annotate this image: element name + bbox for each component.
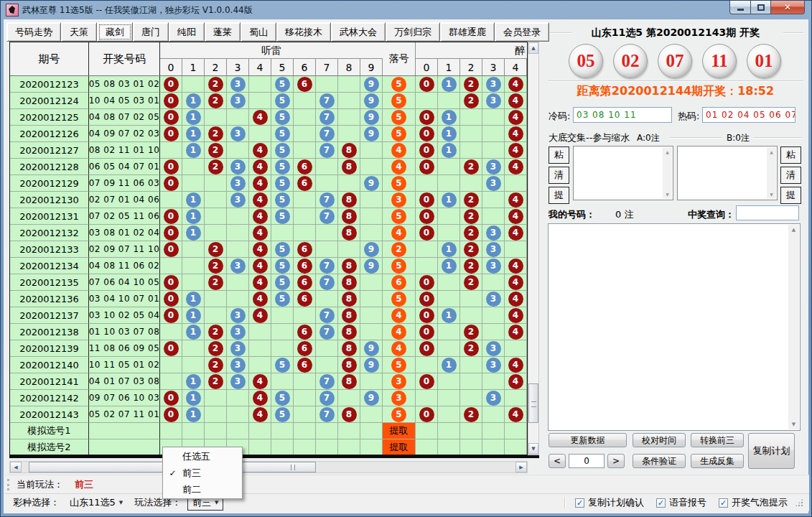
hit-cell: [360, 439, 383, 455]
textarea-scrollbar[interactable]: ▲▼: [767, 147, 776, 199]
set-a-粘-button[interactable]: 粘: [549, 146, 569, 164]
cold-codes-input[interactable]: 03 08 10 11: [573, 107, 672, 123]
scroll-left-button[interactable]: ◀: [10, 462, 22, 472]
prize-query-input[interactable]: [736, 205, 799, 220]
period-cell: 2020012134: [10, 258, 89, 274]
hit-cell: [360, 159, 383, 175]
intersect-a-textarea[interactable]: ▲▼: [573, 146, 673, 200]
update-data-button[interactable]: 更新数据: [549, 433, 627, 447]
tab-纯阳[interactable]: 纯阳: [169, 22, 205, 42]
tab-蜀山[interactable]: 蜀山: [241, 22, 276, 42]
tab-藏剑[interactable]: 藏剑: [97, 22, 133, 42]
hot-codes-input[interactable]: 01 02 04 05 06 07 09: [702, 107, 795, 123]
table-row: 202001212305 08 03 01 02023569501234: [10, 76, 527, 93]
scroll-down-button[interactable]: ▼: [528, 443, 538, 455]
hit-cell: 6: [294, 340, 316, 357]
set-b-粘-button[interactable]: 粘: [780, 146, 801, 164]
close-button[interactable]: ✕: [771, 1, 805, 14]
set-a-提-button[interactable]: 提: [549, 187, 569, 204]
toolbar-grip[interactable]: [7, 479, 9, 490]
spin-left-button[interactable]: <: [549, 454, 566, 468]
title-bar[interactable]: 武林至尊 11选5版 -- 任我笑傲江湖，独步彩坛 V1.0.0.44版 ✕: [1, 1, 811, 19]
period-cell: 2020012125: [10, 109, 89, 126]
menu-item-前三[interactable]: ✓前三: [163, 465, 242, 481]
tab-移花接木[interactable]: 移花接木: [276, 22, 331, 42]
convert-front3-button[interactable]: 转换前三: [691, 433, 744, 447]
selection-toolbar: 彩种选择： 山东11选5 ▼ 玩法选择： 前三 ▼ ✓复制计划确认✓语音报号✓开…: [4, 493, 809, 511]
maximize-button[interactable]: [751, 1, 771, 14]
hit-cell: 8: [338, 307, 360, 324]
resize-grip[interactable]: [795, 498, 803, 507]
minimize-icon: [737, 9, 744, 11]
condition-verify-button[interactable]: 条件验证: [633, 454, 686, 468]
checkbox-开奖气泡提示[interactable]: ✓开奖气泡提示: [719, 496, 788, 509]
tab-蓬莱[interactable]: 蓬莱: [205, 22, 241, 42]
right-cell: 3: [482, 225, 505, 241]
grid-vertical-scrollbar[interactable]: ▲ ▼: [528, 42, 539, 455]
checkbox-复制计划确认[interactable]: ✓复制计划确认: [575, 496, 644, 509]
right-cell: [460, 291, 482, 307]
extract-button[interactable]: 提取: [383, 439, 415, 455]
period-cell: 2020012126: [10, 126, 89, 142]
number-ball: 7: [319, 192, 335, 208]
hit-cell: 9: [360, 76, 383, 93]
extract-button[interactable]: 提取: [383, 423, 415, 439]
plan-index-input[interactable]: 0: [569, 454, 605, 468]
hit-cell: [338, 439, 360, 455]
numbers-cell: 11 08 06 09 05: [89, 340, 160, 357]
listbox-scrollbar[interactable]: ▲▼: [788, 225, 799, 429]
tab-武林大会[interactable]: 武林大会: [331, 22, 386, 42]
drop-ball: 3: [391, 192, 406, 208]
set-b-清-button[interactable]: 清: [780, 167, 801, 184]
number-ball: 9: [364, 93, 379, 108]
menu-item-任选五[interactable]: 任选五: [163, 448, 242, 465]
grid-header: 期号开奖号码听雷0123456789落号醉01234: [10, 42, 527, 76]
scroll-right-button[interactable]: ▶: [515, 462, 527, 472]
hit-cell: [360, 192, 383, 208]
tab-会员登录[interactable]: 会员登录: [495, 22, 549, 42]
number-ball: 6: [297, 358, 312, 373]
hit-cell: 0: [160, 307, 182, 324]
numbers-cell: 03 10 02 05 04: [89, 307, 160, 324]
number-ball: 2: [464, 275, 479, 290]
number-ball: 2: [464, 192, 479, 208]
textarea-scrollbar[interactable]: ▲▼: [663, 147, 672, 199]
set-a-清-button[interactable]: 清: [549, 167, 569, 184]
right-cell: 1: [438, 241, 460, 258]
right-cell: [438, 93, 460, 109]
tab-天策[interactable]: 天策: [61, 22, 97, 42]
hit-cell: 7: [316, 274, 338, 291]
tab-唐门[interactable]: 唐门: [133, 22, 169, 42]
number-ball: 7: [319, 374, 335, 389]
number-ball: 0: [164, 225, 179, 241]
menu-item-前二[interactable]: 前二: [163, 481, 242, 498]
hit-cell: [182, 258, 205, 274]
check-time-button[interactable]: 校对时间: [633, 433, 686, 447]
intersect-b-textarea[interactable]: ▲▼: [677, 146, 778, 200]
hit-cell: 2: [205, 159, 227, 175]
numbers-cell: 09 07 06 10 03: [89, 390, 160, 406]
set-b-提-button[interactable]: 提: [780, 187, 801, 204]
checkbox-语音报号[interactable]: ✓语音报号: [656, 496, 706, 509]
result-listbox[interactable]: ▲▼: [548, 223, 801, 431]
minimize-button[interactable]: [729, 1, 751, 14]
tab-号码走势[interactable]: 号码走势: [6, 22, 61, 42]
number-ball: 0: [164, 209, 179, 224]
generate-reverse-button[interactable]: 生成反集: [691, 454, 744, 468]
scroll-up-button[interactable]: ▲: [528, 42, 538, 54]
number-ball: 3: [230, 126, 246, 141]
hit-cell: 5: [271, 390, 294, 406]
number-ball: 4: [253, 391, 268, 406]
number-ball: 2: [208, 143, 223, 158]
number-ball: 6: [297, 275, 312, 290]
tab-万剑归宗[interactable]: 万剑归宗: [386, 22, 440, 42]
spin-right-button[interactable]: >: [607, 454, 625, 468]
grid-horizontal-scrollbar[interactable]: ◀ ▶: [9, 461, 528, 473]
copy-plan-button[interactable]: 复制计划: [748, 433, 795, 469]
number-ball: 2: [208, 325, 223, 340]
grid-header-col-1: 1: [182, 59, 205, 75]
tab-群雄逐鹿[interactable]: 群雄逐鹿: [440, 22, 495, 42]
v-scroll-thumb[interactable]: [528, 383, 538, 423]
number-ball: 0: [164, 275, 179, 290]
lottery-select-dropdown[interactable]: 山东11选5: [70, 496, 116, 509]
